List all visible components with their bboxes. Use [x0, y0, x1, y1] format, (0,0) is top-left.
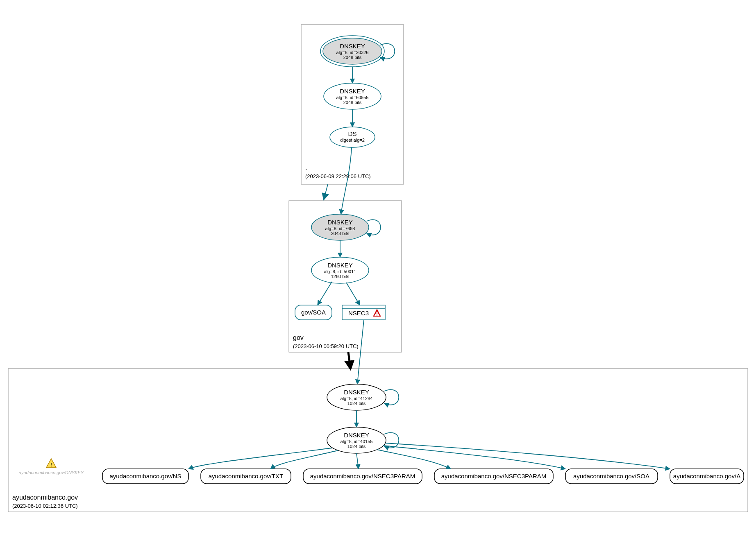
- svg-text:2048 bits: 2048 bits: [343, 55, 362, 60]
- svg-text:!: !: [50, 462, 52, 468]
- svg-text:alg=8, id=60955: alg=8, id=60955: [336, 95, 369, 100]
- node-dom-ksk[interactable]: DNSKEY alg=8, id=41284 1024 bits: [327, 384, 386, 410]
- zone-gov-name: gov: [293, 334, 304, 341]
- edge-zsk-ns: [188, 448, 332, 469]
- edge-gov-to-domain-zone: [348, 352, 350, 368]
- node-gov-zsk[interactable]: DNSKEY alg=8, id=50011 1280 bits: [311, 257, 369, 283]
- edge-dom-ksk-self: [384, 389, 399, 405]
- svg-text:ayudaconmibanco.gov/A: ayudaconmibanco.gov/A: [673, 473, 740, 480]
- svg-text:2048 bits: 2048 bits: [331, 231, 350, 236]
- edge-zsk-a: [385, 443, 670, 469]
- svg-text:ayudaconmibanco.gov/NS: ayudaconmibanco.gov/NS: [109, 473, 181, 480]
- svg-text:DNSKEY: DNSKEY: [344, 389, 369, 396]
- zone-domain-name: ayudaconmibanco.gov: [12, 494, 78, 501]
- zone-domain-time: (2023-06-10 02:12:36 UTC): [12, 503, 78, 509]
- edge-root-to-gov-zone: [324, 184, 328, 200]
- svg-text:DNSKEY: DNSKEY: [340, 43, 365, 50]
- svg-text:DNSKEY: DNSKEY: [344, 432, 369, 439]
- zone-gov-time: (2023-06-10 00:59:20 UTC): [293, 343, 359, 349]
- svg-text:DS: DS: [348, 130, 357, 137]
- svg-text:ayudaconmibanco.gov/TXT: ayudaconmibanco.gov/TXT: [209, 473, 284, 480]
- edge-zsk-n3p1: [356, 453, 359, 469]
- svg-text:DNSKEY: DNSKEY: [327, 262, 353, 269]
- node-rr-ns[interactable]: ayudaconmibanco.gov/NS: [102, 469, 188, 484]
- svg-text:alg=8, id=41284: alg=8, id=41284: [341, 396, 373, 401]
- svg-text:1024 bits: 1024 bits: [347, 401, 366, 406]
- svg-text:DNSKEY: DNSKEY: [340, 88, 365, 95]
- svg-text:alg=8, id=40155: alg=8, id=40155: [341, 439, 373, 444]
- svg-text:ayudaconmibanco.gov/DNSKEY: ayudaconmibanco.gov/DNSKEY: [19, 470, 84, 475]
- zone-root-name: .: [305, 164, 307, 171]
- svg-text:1024 bits: 1024 bits: [347, 444, 366, 449]
- svg-text:alg=8, id=50011: alg=8, id=50011: [324, 269, 356, 274]
- svg-text:ayudaconmibanco.gov/NSEC3PARAM: ayudaconmibanco.gov/NSEC3PARAM: [441, 473, 547, 480]
- svg-text:ayudaconmibanco.gov/NSEC3PARAM: ayudaconmibanco.gov/NSEC3PARAM: [310, 473, 415, 480]
- node-rr-n3p2[interactable]: ayudaconmibanco.gov/NSEC3PARAM: [434, 469, 553, 484]
- svg-text:digest alg=2: digest alg=2: [340, 138, 365, 143]
- svg-text:!: !: [376, 312, 378, 317]
- svg-text:2048 bits: 2048 bits: [343, 100, 362, 105]
- svg-text:gov/SOA: gov/SOA: [301, 309, 326, 316]
- node-rr-a[interactable]: ayudaconmibanco.gov/A: [670, 469, 744, 484]
- svg-text:ayudaconmibanco.gov/SOA: ayudaconmibanco.gov/SOA: [573, 473, 649, 480]
- node-gov-nsec3[interactable]: NSEC3 !: [342, 305, 385, 320]
- edge-ds-govksk: [341, 147, 352, 214]
- node-gov-ksk[interactable]: DNSKEY alg=8, id=7698 2048 bits: [311, 214, 369, 240]
- node-gov-soa[interactable]: gov/SOA: [295, 305, 332, 320]
- node-root-zsk[interactable]: DNSKEY alg=8, id=60955 2048 bits: [324, 83, 381, 109]
- svg-text:1280 bits: 1280 bits: [331, 274, 350, 279]
- zone-root-time: (2023-06-09 22:29:06 UTC): [305, 173, 371, 179]
- node-rr-txt[interactable]: ayudaconmibanco.gov/TXT: [201, 469, 291, 484]
- dnssec-diagram: . (2023-06-09 22:29:06 UTC) DNSKEY alg=8…: [0, 0, 756, 543]
- svg-text:alg=8, id=20326: alg=8, id=20326: [336, 50, 369, 55]
- svg-text:alg=8, id=7698: alg=8, id=7698: [325, 226, 355, 231]
- edge-zsk-txt: [270, 450, 338, 469]
- node-root-ds[interactable]: DS digest alg=2: [330, 127, 375, 147]
- node-rr-n3p1[interactable]: ayudaconmibanco.gov/NSEC3PARAM: [303, 469, 422, 484]
- warning-yellow-icon: !: [46, 459, 56, 468]
- edge-govzsk-nsec3: [346, 283, 360, 305]
- edge-govzsk-soa: [318, 282, 332, 305]
- svg-text:DNSKEY: DNSKEY: [327, 219, 353, 226]
- node-rr-soa[interactable]: ayudaconmibanco.gov/SOA: [565, 469, 658, 484]
- svg-text:NSEC3: NSEC3: [348, 310, 369, 317]
- node-dom-dnskey-warn[interactable]: ! ayudaconmibanco.gov/DNSKEY: [19, 459, 84, 475]
- edge-zsk-n3p2: [377, 450, 451, 469]
- node-root-ksk[interactable]: DNSKEY alg=8, id=20326 2048 bits: [320, 36, 384, 67]
